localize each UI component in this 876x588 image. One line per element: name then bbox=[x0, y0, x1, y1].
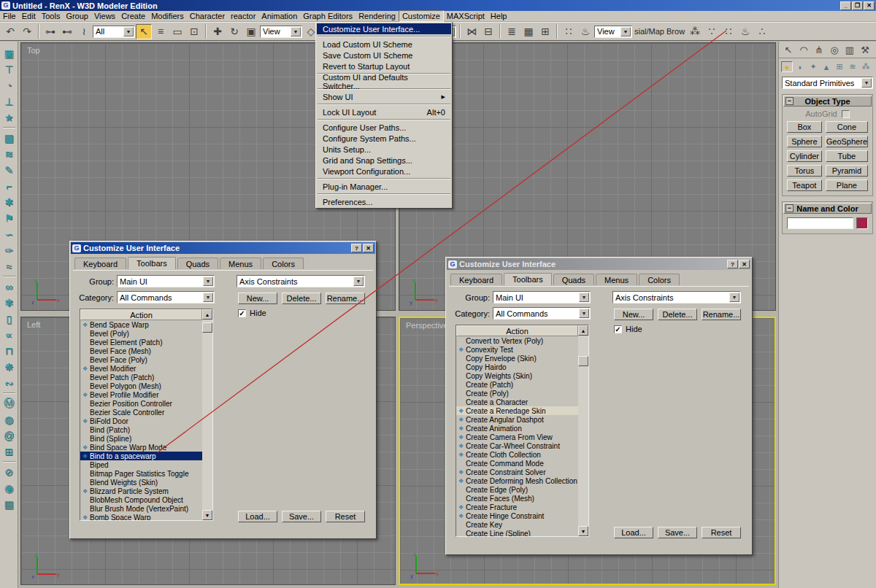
material-balls-icon[interactable]: ∷ bbox=[721, 24, 737, 39]
group-combobox[interactable]: Main UI ▼ bbox=[117, 275, 215, 287]
action-item-create-patch[interactable]: Create (Patch) bbox=[456, 380, 578, 389]
object-type-teapot[interactable]: Teapot bbox=[787, 179, 822, 191]
category-combobox[interactable]: All Commands ▼ bbox=[117, 291, 215, 303]
collapse-icon[interactable]: − bbox=[785, 204, 794, 212]
springs-icon[interactable]: ≋ bbox=[1, 146, 17, 162]
menubar-item-group[interactable]: Group bbox=[63, 11, 91, 21]
scroll-up-icon[interactable]: ▲ bbox=[202, 309, 212, 320]
star-wheel-icon[interactable]: ❋ bbox=[1, 359, 17, 375]
menubar-item-animation[interactable]: Animation bbox=[258, 11, 300, 21]
object-type-torus[interactable]: Torus bbox=[787, 165, 822, 177]
action-item-create-a-character[interactable]: Create a Character bbox=[456, 398, 578, 406]
blocks-icon[interactable]: ▣ bbox=[1, 45, 17, 61]
modify-tab-icon[interactable]: ◠ bbox=[797, 44, 810, 56]
utilities-tab-icon[interactable]: ⚒ bbox=[858, 44, 872, 56]
action-item-create-hinge-constraint[interactable]: ❖Create Hinge Constraint bbox=[456, 511, 578, 520]
hide-checkbox[interactable]: ✓ bbox=[238, 309, 246, 317]
scrollbar[interactable]: ▲ ▼ bbox=[578, 325, 588, 536]
anchor-pin-icon[interactable]: ⊥ bbox=[1, 93, 17, 109]
chevron-down-icon[interactable]: ▼ bbox=[579, 309, 589, 318]
hide-checkbox[interactable]: ✓ bbox=[614, 325, 622, 333]
menu-item-revert-to-startup-layout[interactable]: Revert to Startup Layout bbox=[317, 61, 451, 71]
dancer-icon[interactable]: ✾ bbox=[1, 295, 17, 311]
systems-category-icon[interactable]: ⁂ bbox=[860, 61, 872, 72]
render-scene-icon[interactable]: ♨ bbox=[577, 24, 593, 39]
action-item-bevel-modifier[interactable]: ❖Bevel Modifier bbox=[80, 364, 202, 373]
action-item-bevel-face-mesh[interactable]: Bevel Face (Mesh) bbox=[80, 347, 202, 355]
chevron-down-icon[interactable]: ▼ bbox=[861, 78, 872, 88]
delete-button[interactable]: Delete... bbox=[282, 293, 321, 304]
object-type-geosphere[interactable]: GeoSphere bbox=[826, 136, 868, 147]
action-item-blizzard-particle-system[interactable]: ❖Blizzard Particle System bbox=[80, 487, 202, 495]
action-item-create-faces-mesh[interactable]: Create Faces (Mesh) bbox=[456, 494, 578, 503]
select-object-icon[interactable]: ↖ bbox=[136, 24, 152, 39]
scroll-down-icon[interactable]: ▼ bbox=[202, 510, 212, 520]
unlink-selection-icon[interactable]: ⊷ bbox=[59, 24, 75, 39]
dots-group-icon[interactable]: ∵ bbox=[704, 24, 720, 39]
tab-colors[interactable]: Colors bbox=[263, 258, 304, 269]
action-item-create-a-renedage-skin[interactable]: ❖Create a Renedage Skin bbox=[456, 406, 578, 415]
menu-item-show-ui[interactable]: Show UI▶ bbox=[317, 91, 451, 102]
menubar-item-edit[interactable]: Edit bbox=[19, 11, 39, 21]
new-button[interactable]: New... bbox=[238, 293, 277, 304]
menubar-item-character[interactable]: Character bbox=[187, 11, 228, 21]
spiral-material-icon[interactable]: @ bbox=[1, 428, 17, 444]
material-editor-icon[interactable]: ∷ bbox=[561, 24, 577, 39]
display-tab-icon[interactable]: ▥ bbox=[843, 44, 856, 56]
help-button[interactable]: ? bbox=[351, 244, 362, 252]
selection-filter-combobox[interactable]: All▼ bbox=[93, 26, 135, 38]
action-item-bevel-profile-modifier[interactable]: ❖Bevel Profile Modifier bbox=[80, 390, 202, 399]
shirt-material-icon[interactable]: Ⓜ bbox=[1, 395, 17, 411]
elbow-tube-icon[interactable]: ⌐ bbox=[1, 178, 17, 194]
action-item-bind-to-a-spacewarp[interactable]: ❖Bind to a spacewarp bbox=[80, 452, 202, 460]
chevron-down-icon[interactable]: ▼ bbox=[203, 276, 213, 286]
restore-button[interactable]: ❐ bbox=[852, 1, 863, 10]
action-item-bevel-element-patch[interactable]: Bevel Element (Patch) bbox=[80, 338, 202, 347]
action-item-bevel-face-poly[interactable]: Bevel Face (Poly) bbox=[80, 355, 202, 364]
select-by-name-icon[interactable]: ≡ bbox=[153, 24, 169, 39]
curve-editor-icon[interactable]: ▦ bbox=[520, 24, 537, 39]
chevron-down-icon[interactable]: ▼ bbox=[729, 293, 739, 302]
action-item-create-key[interactable]: Create Key bbox=[456, 520, 578, 529]
align-icon[interactable]: ⊟ bbox=[480, 24, 496, 39]
object-color-swatch[interactable] bbox=[856, 217, 868, 229]
menubar-item-views[interactable]: Views bbox=[91, 11, 118, 21]
action-item-bevel-poly[interactable]: Bevel (Poly) bbox=[80, 329, 202, 338]
scrollbar[interactable]: ▲ ▼ bbox=[202, 309, 212, 520]
bind-to-space-warp-icon[interactable]: ≀ bbox=[76, 24, 92, 39]
action-item-create-animation[interactable]: ❖Create Animation bbox=[456, 424, 578, 433]
load-button[interactable]: Load... bbox=[614, 527, 653, 538]
menu-item-units-setup[interactable]: Units Setup... bbox=[317, 144, 451, 155]
reset-button[interactable]: Reset bbox=[326, 511, 365, 522]
helpers-category-icon[interactable]: ⊞ bbox=[834, 61, 845, 72]
menu-item-save-custom-ui-scheme[interactable]: Save Custom UI Scheme bbox=[317, 50, 451, 61]
shirt-icon[interactable]: ⊤ bbox=[1, 61, 17, 77]
object-type-box[interactable]: Box bbox=[787, 121, 822, 133]
close-button[interactable]: ✕ bbox=[864, 1, 875, 10]
menu-item-viewport-configuration[interactable]: Viewport Configuration... bbox=[317, 166, 451, 177]
chevron-down-icon[interactable]: ▼ bbox=[579, 293, 589, 302]
undo-icon[interactable]: ↶ bbox=[2, 24, 18, 39]
menu-item-customize-user-interface[interactable]: Customize User Interface... bbox=[317, 23, 451, 34]
menu-item-configure-user-paths[interactable]: Configure User Paths... bbox=[317, 122, 451, 133]
action-item-copy-weights-skin[interactable]: Copy Weights (Skin) bbox=[456, 371, 578, 380]
tab-colors[interactable]: Colors bbox=[639, 274, 680, 285]
action-item-convexity-test[interactable]: ❖Convexity Test bbox=[456, 345, 578, 354]
film-gear-icon[interactable]: ▤ bbox=[1, 496, 17, 512]
action-item-blur-brush-mode-vertexpaint[interactable]: Blur Brush Mode (VertexPaint) bbox=[80, 504, 202, 513]
reference-coordinate-combobox[interactable]: View▼ bbox=[260, 26, 302, 38]
bind-space-warp-figures-icon[interactable]: ⁂ bbox=[687, 24, 703, 39]
scroll-thumb[interactable] bbox=[202, 322, 212, 333]
weathervane-icon[interactable]: ⚑ bbox=[1, 210, 17, 226]
object-type-tube[interactable]: Tube bbox=[826, 150, 868, 162]
starfish-icon[interactable]: ★ bbox=[1, 109, 17, 125]
action-item-create-angular-dashpot[interactable]: ❖Create Angular Dashpot bbox=[456, 415, 578, 424]
shapes-category-icon[interactable]: ◗ bbox=[794, 61, 806, 72]
chevron-down-icon[interactable]: ▼ bbox=[203, 293, 213, 302]
waves-icon[interactable]: ≈ bbox=[1, 258, 17, 274]
dialog-titlebar[interactable]: G Customize User Interface ? ✕ bbox=[447, 258, 751, 270]
action-item-bind-patch[interactable]: Bind (Patch) bbox=[80, 425, 202, 434]
select-and-rotate-icon[interactable]: ↻ bbox=[226, 24, 242, 39]
gear-icon[interactable]: ✱ bbox=[1, 194, 17, 210]
menubar-item-modifiers[interactable]: Modifiers bbox=[148, 11, 187, 21]
